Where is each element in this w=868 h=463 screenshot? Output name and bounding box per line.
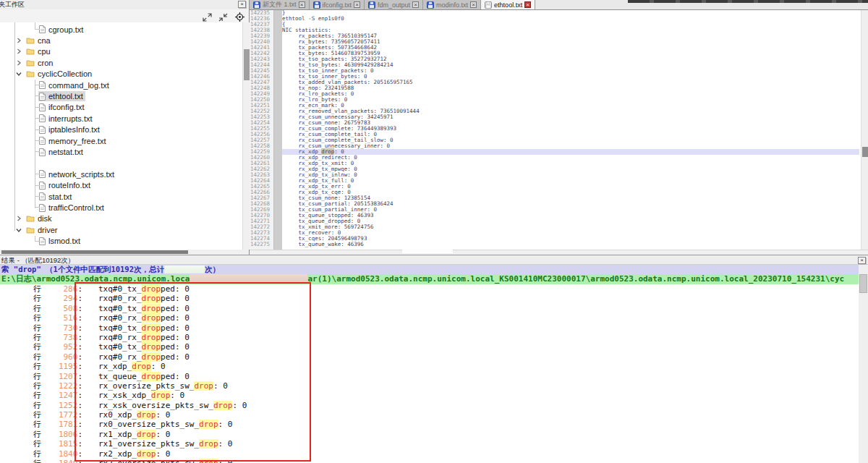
scrollbar-thumb[interactable] bbox=[859, 274, 867, 293]
file-path-suffix: ar(1)\armod0523.odata.ncmp.unicom.local_… bbox=[307, 274, 844, 284]
tree-item-disk[interactable]: disk bbox=[0, 213, 242, 224]
result-match-text: rxq#0_rx_dropped: 0 bbox=[98, 313, 190, 323]
result-row-line-1781[interactable]: 行1781:rx0_oversize_pkts_sw_drop: 0 bbox=[0, 420, 859, 429]
result-row-line-952[interactable]: 行952:txq#0_tx_dropped: 0 bbox=[0, 342, 859, 352]
tree-item-cyclicCollection[interactable]: cyclicCollection bbox=[0, 69, 242, 80]
tree-item-network_scripts-txt[interactable]: network_scripts.txt bbox=[0, 169, 242, 179]
tree-item-interrupts-txt[interactable]: interrupts.txt bbox=[0, 113, 242, 124]
line-label: 行 bbox=[33, 304, 45, 313]
results-search-line[interactable]: 索 "drop" （1个文件中匹配到10192次，总计次） bbox=[0, 265, 859, 274]
result-line-number-col: 516: bbox=[45, 313, 82, 323]
tab-modinfo.txt[interactable]: modinfo.txt× bbox=[423, 0, 481, 9]
result-row-line-1252[interactable]: 行1252:rx_xsk_oversize_pkts_sw_drop: 0 bbox=[0, 401, 859, 410]
tab-label: fdm_output bbox=[378, 1, 410, 9]
floppy-save-icon bbox=[253, 1, 260, 9]
line-label: 行 bbox=[33, 410, 45, 420]
result-row-line-1222[interactable]: 行1222:rx_oversize_pkts_sw_drop: 0 bbox=[0, 381, 859, 391]
editor-vertical-scrollbar[interactable] bbox=[861, 10, 868, 250]
workspace-vertical-scrollbar[interactable] bbox=[242, 22, 250, 250]
tab-ethtool.txt[interactable]: ethtool.txt× bbox=[481, 0, 535, 9]
result-row-line-286[interactable]: 行286:txq#0_tx_dropped: 0 bbox=[0, 284, 859, 294]
tree-item-label: routeInfo.txt bbox=[48, 181, 90, 190]
result-match-text: rx0_xdp_drop: 0 bbox=[98, 410, 170, 420]
results-scrollbar[interactable] bbox=[859, 265, 868, 463]
tree-item-command_log-txt[interactable]: command_log.txt bbox=[0, 80, 242, 90]
match-highlight: drop bbox=[199, 420, 218, 429]
tab-label: ifconfig.txt bbox=[323, 1, 352, 9]
tree-item-routeInfo-txt[interactable]: routeInfo.txt bbox=[0, 180, 242, 191]
results-file-path[interactable]: E:\日志\armod0523.odata.ncmp.unicom.locaar… bbox=[0, 274, 859, 284]
result-row-line-1840[interactable]: 行1840:rx2_xdp_drop: 0 bbox=[0, 449, 859, 459]
line-label: 行 bbox=[33, 294, 45, 303]
chevron-right-icon bbox=[16, 38, 22, 43]
result-row-line-1772[interactable]: 行1772:rx0_xdp_drop: 0 bbox=[0, 410, 859, 420]
result-row-line-1195[interactable]: 行1195:rx_xdp_drop: 0 bbox=[0, 362, 859, 371]
results-close-button[interactable]: × bbox=[858, 257, 866, 264]
tab-新文件-1.txt[interactable]: 新文件 1.txt× bbox=[250, 0, 310, 9]
file-icon bbox=[39, 126, 46, 134]
tree-item-ifconfig-txt[interactable]: ifconfig.txt bbox=[0, 102, 242, 113]
editor-horizontal-scrollbar[interactable] bbox=[250, 250, 868, 255]
results-list: 行286:txq#0_tx_dropped: 0行294:rxq#0_rx_dr… bbox=[0, 284, 859, 463]
result-row-line-730[interactable]: 行730:txq#0_tx_dropped: 0 bbox=[0, 323, 859, 333]
result-line-number-col: 1252: bbox=[45, 401, 82, 410]
editor-line: rx_xdp_tx_xmit: 0 bbox=[282, 161, 859, 166]
tree-item-memory_free-txt[interactable]: memory_free.txt bbox=[0, 135, 242, 146]
tab-close-icon[interactable]: × bbox=[354, 1, 360, 8]
tree-item-cron[interactable]: cron bbox=[0, 57, 242, 68]
tree-item-cgroup-txt[interactable]: cgroup.txt bbox=[0, 24, 242, 35]
result-row-line-960[interactable]: 行960:rxq#0_rx_dropped: 0 bbox=[0, 352, 859, 362]
result-line-number-col: 1781: bbox=[45, 420, 82, 429]
result-row-line-1849[interactable]: 行1849:rx2_oversize_pkts_sw_drop: 0 bbox=[0, 459, 859, 463]
result-match-text: txq#0_tx_dropped: 0 bbox=[98, 304, 190, 313]
editor-area: 新文件 1.txt×ifconfig.txt×fdm_output×modinf… bbox=[250, 0, 868, 255]
result-row-line-516[interactable]: 行516:rxq#0_rx_dropped: 0 bbox=[0, 313, 859, 323]
result-row-line-738[interactable]: 行738:rxq#0_rx_dropped: 0 bbox=[0, 333, 859, 342]
file-icon bbox=[39, 137, 46, 145]
file-icon bbox=[39, 170, 46, 178]
tree-item-trafficControl-txt[interactable]: trafficControl.txt bbox=[0, 202, 242, 213]
chevron-right-icon bbox=[16, 60, 22, 66]
tree-item-ethtool-txt[interactable]: ethtool.txt bbox=[0, 90, 242, 101]
result-line-number: 1772 bbox=[59, 410, 78, 420]
tree-item-cpu[interactable]: cpu bbox=[0, 46, 242, 57]
scrollbar-thumb[interactable] bbox=[862, 147, 868, 157]
floppy-save-icon bbox=[313, 1, 320, 9]
tree-item-label: lsmod.txt bbox=[48, 237, 80, 245]
editor-text-area[interactable]: }ethtool -S enp1s0f0{NIC statistics: rx_… bbox=[282, 10, 859, 250]
result-row-line-508[interactable]: 行508:txq#0_tx_dropped: 0 bbox=[0, 304, 859, 313]
tab-close-icon[interactable]: × bbox=[470, 1, 477, 8]
tree-item-label: disk bbox=[38, 214, 52, 223]
tree-item-label: command_log.txt bbox=[48, 81, 109, 90]
tab-close-icon[interactable]: × bbox=[299, 1, 305, 8]
editor-line: rx_xdp_tx_err: 0 bbox=[282, 184, 859, 190]
editor-line: tx_queue_wake: 46396 bbox=[282, 242, 859, 247]
workspace-horizontal-scrollbar[interactable] bbox=[0, 250, 249, 255]
result-row-line-1247[interactable]: 行1247:rx_xsk_xdp_drop: 0 bbox=[0, 391, 859, 400]
match-highlight: drop bbox=[199, 439, 218, 449]
tab-close-icon[interactable]: × bbox=[412, 1, 419, 8]
tree-item-driver[interactable]: driver bbox=[0, 224, 242, 235]
result-row-line-1207[interactable]: 行1207:tx_queue_dropped: 0 bbox=[0, 372, 859, 381]
chevron-right-icon bbox=[16, 216, 22, 221]
tab-ifconfig.txt[interactable]: ifconfig.txt× bbox=[310, 0, 365, 9]
scrollbar-thumb[interactable] bbox=[244, 49, 250, 80]
tree-item-cna[interactable]: cna bbox=[0, 35, 242, 46]
line-label: 行 bbox=[33, 342, 45, 352]
workspace-close-button[interactable]: × bbox=[238, 1, 246, 8]
file-icon bbox=[39, 148, 46, 156]
tab-close-icon[interactable]: × bbox=[524, 1, 531, 8]
tree-item-netstat-txt[interactable]: netstat.txt bbox=[0, 146, 242, 157]
chevron-down-icon bbox=[16, 227, 22, 233]
tree-item-stat-txt[interactable]: stat.txt bbox=[0, 191, 242, 202]
scrollbar-thumb[interactable] bbox=[1, 250, 188, 254]
result-match-text: rx1_oversize_pkts_sw_drop: 0 bbox=[98, 439, 232, 449]
tree-item-lsmod-txt[interactable]: lsmod.txt bbox=[0, 236, 242, 247]
tree-item-iptablesInfo-txt[interactable]: iptablesInfo.txt bbox=[0, 124, 242, 135]
result-row-line-1806[interactable]: 行1806:rx1_xdp_drop: 0 bbox=[0, 430, 859, 439]
result-match-text: rx0_oversize_pkts_sw_drop: 0 bbox=[98, 420, 232, 429]
tab-fdm_output[interactable]: fdm_output× bbox=[365, 0, 423, 9]
result-row-line-294[interactable]: 行294:rxq#0_rx_dropped: 0 bbox=[0, 294, 859, 303]
editor-line-current: rx_xdp_drop: 0 bbox=[282, 149, 859, 155]
result-row-line-1815[interactable]: 行1815:rx1_oversize_pkts_sw_drop: 0 bbox=[0, 439, 859, 449]
